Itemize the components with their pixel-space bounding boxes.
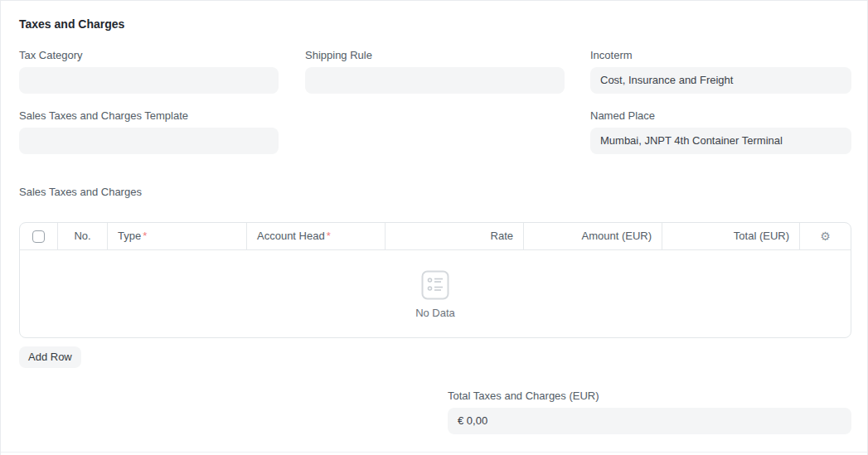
sales-taxes-grid: No. Type* Account Head* Rate Amount (EUR… — [19, 222, 851, 338]
sales-taxes-template-field: Sales Taxes and Charges Template — [19, 109, 279, 154]
grid-header-total: Total (EUR) — [662, 223, 800, 249]
grid-header-no: No. — [58, 223, 108, 249]
tax-category-field: Tax Category — [19, 49, 279, 94]
tax-category-label: Tax Category — [19, 49, 279, 62]
taxes-and-charges-section: Taxes and Charges Tax Category Shipping … — [0, 0, 868, 455]
add-row-button[interactable]: Add Row — [19, 346, 81, 368]
incoterm-label: Incoterm — [590, 49, 851, 62]
section-title: Taxes and Charges — [19, 17, 124, 31]
incoterm-input[interactable]: Cost, Insurance and Freight — [590, 67, 851, 94]
sales-taxes-template-label: Sales Taxes and Charges Template — [19, 109, 279, 123]
gear-icon[interactable]: ⚙ — [820, 230, 831, 242]
tax-category-input[interactable] — [19, 67, 279, 94]
shipping-rule-input[interactable] — [305, 67, 565, 94]
incoterm-field: Incoterm Cost, Insurance and Freight — [590, 49, 851, 94]
grid-header-amount: Amount (EUR) — [524, 223, 662, 249]
grid-empty-state: No Data — [20, 250, 851, 338]
sales-taxes-grid-label: Sales Taxes and Charges — [19, 186, 142, 198]
grid-header-checkbox-cell — [20, 223, 58, 249]
required-asterisk: * — [327, 230, 331, 242]
grid-header-account-head: Account Head* — [247, 223, 386, 249]
grid-header-row: No. Type* Account Head* Rate Amount (EUR… — [20, 223, 851, 250]
total-taxes-value: € 0,00 — [448, 408, 851, 434]
required-asterisk: * — [143, 230, 147, 242]
select-all-checkbox[interactable] — [32, 230, 45, 243]
grid-settings-cell: ⚙ — [800, 223, 851, 249]
sales-taxes-template-input[interactable] — [19, 128, 279, 154]
no-data-text: No Data — [415, 307, 455, 319]
named-place-input[interactable]: Mumbai, JNPT 4th Container Terminal — [590, 128, 851, 154]
named-place-field: Named Place Mumbai, JNPT 4th Container T… — [590, 109, 851, 154]
total-taxes-field: Total Taxes and Charges (EUR) € 0,00 — [448, 390, 851, 434]
named-place-label: Named Place — [590, 109, 851, 123]
no-data-icon — [421, 270, 449, 300]
grid-header-type: Type* — [108, 223, 247, 249]
total-taxes-label: Total Taxes and Charges (EUR) — [448, 390, 851, 403]
section-divider — [1, 452, 867, 453]
shipping-rule-label: Shipping Rule — [305, 49, 565, 62]
shipping-rule-field: Shipping Rule — [305, 49, 565, 94]
grid-header-rate: Rate — [386, 223, 524, 249]
